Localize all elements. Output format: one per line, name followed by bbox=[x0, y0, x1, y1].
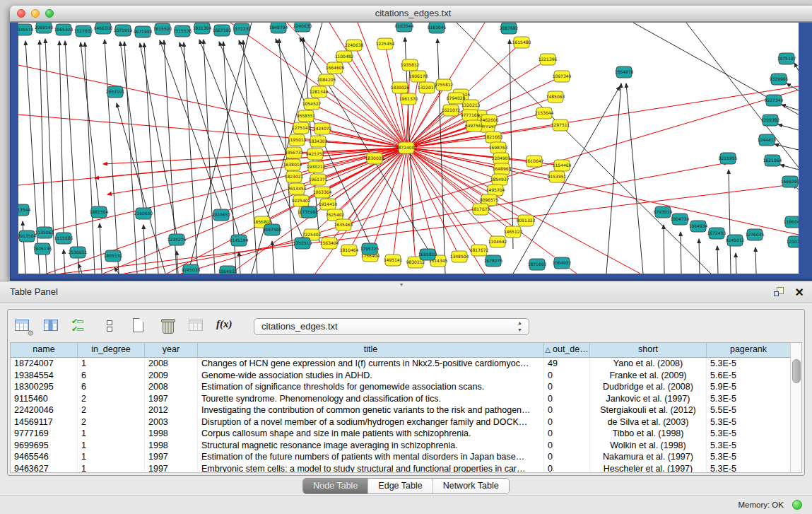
graph-node[interactable]: 9755812 bbox=[435, 79, 454, 90]
graph-node[interactable]: 1678275 bbox=[484, 255, 503, 267]
graph-node[interactable]: 1275141 bbox=[292, 122, 311, 134]
graph-node[interactable]: 7613453 bbox=[288, 183, 307, 194]
zoom-window-button[interactable] bbox=[45, 9, 54, 18]
graph-node[interactable]: 1071919 bbox=[114, 25, 133, 36]
graph-node[interactable]: 1135061 bbox=[35, 227, 54, 238]
graph-node[interactable]: 1610647 bbox=[525, 156, 544, 167]
vertical-scrollbar[interactable] bbox=[790, 343, 801, 472]
graph-node[interactable]: 1930212 bbox=[307, 161, 326, 173]
graph-node[interactable]: 1804739 bbox=[671, 214, 690, 225]
delete-table-icon[interactable] bbox=[187, 317, 207, 336]
graph-node[interactable]: 9558551 bbox=[297, 110, 316, 122]
graph-node[interactable]: 1195013 bbox=[288, 134, 307, 146]
show-columns-icon[interactable] bbox=[42, 317, 62, 336]
graph-node[interactable]: 1154469 bbox=[553, 160, 572, 171]
graph-node[interactable]: 1667193 bbox=[213, 25, 232, 36]
graph-node[interactable]: 1695810 bbox=[418, 249, 437, 260]
graph-node[interactable]: 1817673 bbox=[471, 204, 490, 215]
graph-node[interactable]: 1817672 bbox=[470, 245, 489, 256]
float-window-icon[interactable] bbox=[774, 287, 784, 297]
graph-node[interactable]: 1115686 bbox=[54, 233, 73, 244]
graph-node[interactable]: 1805131 bbox=[104, 250, 123, 262]
graph-node[interactable]: 7485063 bbox=[546, 91, 565, 103]
table-selector-dropdown[interactable]: citations_edges.txt ▲▼ bbox=[254, 318, 529, 335]
graph-node[interactable]: 1664609 bbox=[326, 62, 345, 74]
graph-node[interactable]: 6794028 bbox=[447, 93, 466, 104]
graph-node[interactable]: 1664878 bbox=[615, 66, 634, 78]
graph-node[interactable]: 1961370 bbox=[399, 93, 418, 105]
graph-node[interactable]: 9227349 bbox=[765, 95, 784, 106]
column-header-pagerank[interactable]: pagerank bbox=[707, 343, 790, 357]
graph-node[interactable]: 1648963 bbox=[493, 163, 512, 175]
window-titlebar[interactable]: citations_edges.txt bbox=[10, 6, 812, 22]
create-column-icon[interactable] bbox=[129, 317, 149, 336]
graph-node[interactable]: 1221396 bbox=[539, 54, 558, 65]
delete-column-icon[interactable] bbox=[158, 317, 178, 336]
graph-node[interactable]: 1834307 bbox=[309, 136, 328, 147]
column-header-short[interactable]: short bbox=[590, 343, 707, 357]
graph-node[interactable]: 1830029 bbox=[365, 153, 384, 164]
graph-node[interactable]: 3913544 bbox=[18, 204, 31, 216]
graph-node[interactable]: 7515526 bbox=[173, 25, 192, 37]
graph-node[interactable]: 6793919 bbox=[654, 206, 673, 218]
graph-node[interactable]: 1297511 bbox=[551, 119, 570, 131]
table-row[interactable]: 911546021997Tourette syndrome. Phenomeno… bbox=[11, 393, 790, 405]
graph-node[interactable]: 1348504 bbox=[450, 251, 469, 262]
graph-node[interactable]: 3913504 bbox=[18, 230, 37, 242]
graph-node[interactable]: 1276035 bbox=[746, 229, 765, 240]
graph-node[interactable]: 2087682 bbox=[500, 23, 519, 34]
graph-node[interactable]: 1935812 bbox=[401, 59, 420, 71]
graph-node[interactable]: 1621064 bbox=[763, 155, 782, 166]
graph-node[interactable]: 2204907 bbox=[492, 153, 511, 164]
table-row[interactable]: 1456911722003Disruption of a novel membe… bbox=[11, 416, 790, 428]
graph-node[interactable]: 1064934 bbox=[689, 221, 708, 232]
network-canvas[interactable]: 1872400722406381100482166460920842051281… bbox=[18, 23, 799, 274]
graph-node[interactable]: 1572232 bbox=[233, 23, 252, 35]
graph-node[interactable]: 1961371 bbox=[309, 174, 328, 185]
graph-node[interactable]: 1821663 bbox=[484, 132, 503, 143]
graph-node[interactable]: 2084205 bbox=[317, 74, 336, 86]
tab-node-table[interactable]: Node Table bbox=[303, 479, 368, 493]
graph-node[interactable]: 9777169 bbox=[461, 110, 480, 121]
graph-node[interactable]: 9356731 bbox=[285, 147, 304, 158]
graph-node[interactable]: 1064933 bbox=[218, 266, 237, 274]
graph-node[interactable]: 1100482 bbox=[335, 51, 354, 62]
graph-node[interactable]: 8215955 bbox=[719, 153, 738, 164]
graph-node[interactable]: 2240638 bbox=[345, 40, 364, 51]
graph-node[interactable]: 9225402 bbox=[292, 195, 311, 206]
function-builder-icon[interactable]: f(x) bbox=[216, 317, 240, 336]
table-row[interactable]: 2242004622012Investigating the contribut… bbox=[11, 404, 790, 416]
graph-node[interactable]: 1063364 bbox=[313, 187, 332, 198]
tab-edge-table[interactable]: Edge Table bbox=[368, 479, 433, 493]
column-header-name[interactable]: name bbox=[11, 343, 78, 357]
splitter-handle[interactable]: ▾ bbox=[400, 281, 403, 288]
close-window-button[interactable] bbox=[17, 9, 25, 18]
graph-node[interactable]: 1635463 bbox=[334, 219, 353, 230]
graph-node[interactable]: 4671958 bbox=[134, 26, 153, 37]
graph-node[interactable]: 1948794 bbox=[269, 23, 288, 33]
graph-node[interactable]: 1225454 bbox=[376, 38, 395, 49]
graph-node[interactable]: 1615480 bbox=[512, 37, 531, 48]
graph-node[interactable]: 1975107 bbox=[777, 53, 796, 64]
graph-node[interactable]: 1065328 bbox=[54, 24, 73, 35]
graph-node[interactable]: 1186043 bbox=[784, 216, 799, 228]
column-header-year[interactable]: year bbox=[145, 343, 198, 357]
row-selection-icon[interactable]: ✔▭✔▭ bbox=[71, 317, 91, 336]
graph-node[interactable]: 1830026 bbox=[391, 82, 410, 93]
graph-node[interactable]: 7615520 bbox=[153, 23, 172, 35]
graph-node[interactable]: 1234275 bbox=[167, 234, 187, 245]
graph-node[interactable]: 1064932 bbox=[553, 257, 572, 269]
graph-node[interactable]: 9329966 bbox=[770, 74, 789, 85]
graph-node[interactable]: 1906178 bbox=[409, 71, 428, 82]
graph-node[interactable]: 9153951 bbox=[548, 171, 567, 182]
table-row[interactable]: 946362711997Embryonic stem cells: a mode… bbox=[11, 463, 790, 473]
graph-node[interactable]: 4035574 bbox=[18, 24, 34, 35]
graph-node[interactable]: 2160650 bbox=[134, 208, 153, 219]
hub-node[interactable]: 18724007 bbox=[396, 142, 418, 153]
graph-node[interactable]: 1831304 bbox=[193, 23, 212, 34]
graph-node[interactable]: 7905135 bbox=[33, 243, 52, 255]
graph-node[interactable]: 8051323 bbox=[517, 215, 536, 226]
graph-node[interactable]: 8183046 bbox=[428, 23, 447, 33]
column-header-out_de[interactable]: △out_de… bbox=[544, 343, 590, 357]
graph-node[interactable]: 8163044 bbox=[395, 23, 414, 32]
